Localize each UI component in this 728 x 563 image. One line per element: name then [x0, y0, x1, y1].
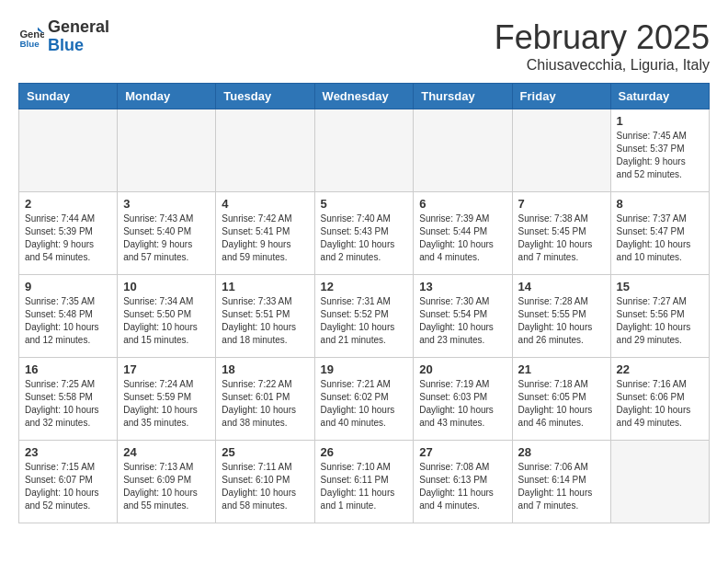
day-info: Sunrise: 7:11 AMSunset: 6:10 PMDaylight:… — [222, 461, 308, 512]
day-number: 6 — [419, 197, 506, 211]
day-info: Sunrise: 7:38 AMSunset: 5:45 PMDaylight:… — [518, 213, 605, 264]
calendar-table: SundayMondayTuesdayWednesdayThursdayFrid… — [18, 83, 710, 523]
calendar-cell: 16Sunrise: 7:25 AMSunset: 5:58 PMDayligh… — [19, 358, 118, 441]
calendar-cell: 7Sunrise: 7:38 AMSunset: 5:45 PMDaylight… — [512, 192, 610, 275]
calendar-title: February 2025 — [495, 18, 710, 57]
calendar-subtitle: Chiusavecchia, Liguria, Italy — [495, 57, 710, 74]
day-info: Sunrise: 7:45 AMSunset: 5:37 PMDaylight:… — [617, 130, 703, 181]
calendar-week-row: 23Sunrise: 7:15 AMSunset: 6:07 PMDayligh… — [19, 441, 710, 523]
day-number: 10 — [123, 280, 210, 293]
day-number: 26 — [321, 445, 408, 459]
day-number: 7 — [518, 197, 605, 211]
day-info: Sunrise: 7:13 AMSunset: 6:09 PMDaylight:… — [123, 461, 210, 512]
weekday-header-monday: Monday — [118, 84, 216, 109]
weekday-header-wednesday: Wednesday — [314, 84, 414, 109]
calendar-cell: 18Sunrise: 7:22 AMSunset: 6:01 PMDayligh… — [216, 358, 314, 441]
day-number: 23 — [25, 445, 111, 459]
day-info: Sunrise: 7:27 AMSunset: 5:56 PMDaylight:… — [617, 295, 703, 347]
svg-text:Blue: Blue — [19, 39, 40, 49]
logo-blue: Blue — [48, 37, 109, 55]
day-info: Sunrise: 7:31 AMSunset: 5:52 PMDaylight:… — [321, 295, 408, 347]
day-info: Sunrise: 7:37 AMSunset: 5:47 PMDaylight:… — [617, 213, 703, 264]
day-number: 24 — [123, 445, 210, 459]
weekday-header-friday: Friday — [512, 84, 610, 109]
calendar-cell: 15Sunrise: 7:27 AMSunset: 5:56 PMDayligh… — [610, 275, 709, 358]
day-number: 8 — [617, 197, 703, 211]
day-number: 20 — [419, 362, 506, 376]
day-info: Sunrise: 7:06 AMSunset: 6:14 PMDaylight:… — [518, 461, 605, 512]
day-number: 5 — [321, 197, 408, 211]
weekday-header-sunday: Sunday — [19, 84, 118, 109]
day-number: 16 — [25, 362, 111, 376]
calendar-cell: 23Sunrise: 7:15 AMSunset: 6:07 PMDayligh… — [19, 441, 118, 523]
day-number: 18 — [222, 362, 308, 376]
calendar-cell — [216, 109, 314, 192]
calendar-cell: 5Sunrise: 7:40 AMSunset: 5:43 PMDaylight… — [314, 192, 414, 275]
day-info: Sunrise: 7:44 AMSunset: 5:39 PMDaylight:… — [25, 213, 111, 264]
calendar-cell: 22Sunrise: 7:16 AMSunset: 6:06 PMDayligh… — [610, 358, 709, 441]
calendar-cell: 2Sunrise: 7:44 AMSunset: 5:39 PMDaylight… — [19, 192, 118, 275]
calendar-cell: 13Sunrise: 7:30 AMSunset: 5:54 PMDayligh… — [414, 275, 512, 358]
calendar-cell — [512, 109, 610, 192]
logo-general: General — [48, 18, 109, 37]
calendar-cell: 9Sunrise: 7:35 AMSunset: 5:48 PMDaylight… — [19, 275, 118, 358]
day-number: 19 — [321, 362, 408, 376]
day-number: 25 — [222, 445, 308, 459]
day-number: 2 — [25, 197, 111, 211]
day-info: Sunrise: 7:42 AMSunset: 5:41 PMDaylight:… — [222, 213, 308, 264]
calendar-cell: 26Sunrise: 7:10 AMSunset: 6:11 PMDayligh… — [314, 441, 414, 523]
day-number: 4 — [222, 197, 308, 211]
day-info: Sunrise: 7:10 AMSunset: 6:11 PMDaylight:… — [321, 461, 408, 512]
day-info: Sunrise: 7:34 AMSunset: 5:50 PMDaylight:… — [123, 295, 210, 347]
day-info: Sunrise: 7:08 AMSunset: 6:13 PMDaylight:… — [419, 461, 506, 512]
calendar-cell: 4Sunrise: 7:42 AMSunset: 5:41 PMDaylight… — [216, 192, 314, 275]
calendar-cell: 3Sunrise: 7:43 AMSunset: 5:40 PMDaylight… — [118, 192, 216, 275]
day-info: Sunrise: 7:33 AMSunset: 5:51 PMDaylight:… — [222, 295, 308, 347]
calendar-cell — [610, 441, 709, 523]
calendar-cell: 6Sunrise: 7:39 AMSunset: 5:44 PMDaylight… — [414, 192, 512, 275]
calendar-week-row: 9Sunrise: 7:35 AMSunset: 5:48 PMDaylight… — [19, 275, 710, 358]
calendar-cell: 17Sunrise: 7:24 AMSunset: 5:59 PMDayligh… — [118, 358, 216, 441]
day-number: 28 — [518, 445, 605, 459]
day-info: Sunrise: 7:40 AMSunset: 5:43 PMDaylight:… — [321, 213, 408, 264]
page-header: General Blue General Blue February 2025 … — [18, 18, 710, 74]
calendar-cell: 28Sunrise: 7:06 AMSunset: 6:14 PMDayligh… — [512, 441, 610, 523]
day-info: Sunrise: 7:22 AMSunset: 6:01 PMDaylight:… — [222, 378, 308, 430]
calendar-cell — [19, 109, 118, 192]
day-number: 17 — [123, 362, 210, 376]
weekday-header-saturday: Saturday — [610, 84, 709, 109]
day-number: 9 — [25, 280, 111, 293]
calendar-cell: 14Sunrise: 7:28 AMSunset: 5:55 PMDayligh… — [512, 275, 610, 358]
day-info: Sunrise: 7:35 AMSunset: 5:48 PMDaylight:… — [25, 295, 111, 347]
day-info: Sunrise: 7:24 AMSunset: 5:59 PMDaylight:… — [123, 378, 210, 430]
day-number: 27 — [419, 445, 506, 459]
day-number: 11 — [222, 280, 308, 293]
title-area: February 2025 Chiusavecchia, Liguria, It… — [495, 18, 710, 74]
calendar-cell: 19Sunrise: 7:21 AMSunset: 6:02 PMDayligh… — [314, 358, 414, 441]
calendar-cell: 25Sunrise: 7:11 AMSunset: 6:10 PMDayligh… — [216, 441, 314, 523]
day-number: 12 — [321, 280, 408, 293]
day-number: 3 — [123, 197, 210, 211]
day-number: 13 — [419, 280, 506, 293]
day-info: Sunrise: 7:19 AMSunset: 6:03 PMDaylight:… — [419, 378, 506, 430]
calendar-cell: 21Sunrise: 7:18 AMSunset: 6:05 PMDayligh… — [512, 358, 610, 441]
calendar-cell: 1Sunrise: 7:45 AMSunset: 5:37 PMDaylight… — [610, 109, 709, 192]
calendar-cell: 24Sunrise: 7:13 AMSunset: 6:09 PMDayligh… — [118, 441, 216, 523]
weekday-header-row: SundayMondayTuesdayWednesdayThursdayFrid… — [19, 84, 710, 109]
calendar-week-row: 1Sunrise: 7:45 AMSunset: 5:37 PMDaylight… — [19, 109, 710, 192]
logo-icon: General Blue — [18, 24, 44, 50]
calendar-cell: 10Sunrise: 7:34 AMSunset: 5:50 PMDayligh… — [118, 275, 216, 358]
day-info: Sunrise: 7:21 AMSunset: 6:02 PMDaylight:… — [321, 378, 408, 430]
day-info: Sunrise: 7:15 AMSunset: 6:07 PMDaylight:… — [25, 461, 111, 512]
day-info: Sunrise: 7:30 AMSunset: 5:54 PMDaylight:… — [419, 295, 506, 347]
calendar-cell — [414, 109, 512, 192]
calendar-cell: 27Sunrise: 7:08 AMSunset: 6:13 PMDayligh… — [414, 441, 512, 523]
calendar-cell: 11Sunrise: 7:33 AMSunset: 5:51 PMDayligh… — [216, 275, 314, 358]
day-info: Sunrise: 7:43 AMSunset: 5:40 PMDaylight:… — [123, 213, 210, 264]
calendar-week-row: 2Sunrise: 7:44 AMSunset: 5:39 PMDaylight… — [19, 192, 710, 275]
day-info: Sunrise: 7:28 AMSunset: 5:55 PMDaylight:… — [518, 295, 605, 347]
day-number: 14 — [518, 280, 605, 293]
day-info: Sunrise: 7:18 AMSunset: 6:05 PMDaylight:… — [518, 378, 605, 430]
day-number: 21 — [518, 362, 605, 376]
day-info: Sunrise: 7:25 AMSunset: 5:58 PMDaylight:… — [25, 378, 111, 430]
